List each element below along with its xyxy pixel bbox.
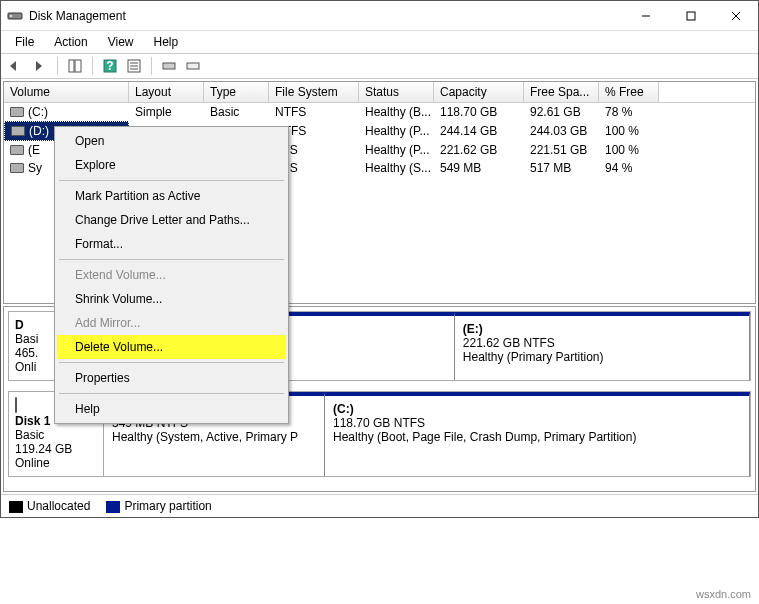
volume-icon [10, 163, 24, 173]
toolbar: ? [1, 53, 758, 79]
volume-icon [10, 145, 24, 155]
menu-help[interactable]: Help [144, 33, 189, 51]
volume-name: (D:) [29, 124, 49, 138]
toolbar-separator [151, 57, 152, 75]
menubar: File Action View Help [1, 31, 758, 53]
cell-layout: Simple [129, 103, 204, 121]
maximize-button[interactable] [668, 1, 713, 30]
cell-fs: NTFS [269, 103, 359, 121]
source-watermark: wsxdn.com [696, 588, 751, 600]
partition-health: Healthy (Primary Partition) [463, 350, 741, 364]
ctx-change-letter[interactable]: Change Drive Letter and Paths... [57, 208, 286, 232]
cell-capacity: 221.62 GB [434, 141, 524, 159]
ctx-separator [59, 362, 284, 363]
more-button[interactable] [182, 55, 204, 77]
disk-status: Online [15, 456, 97, 470]
settings-button[interactable] [158, 55, 180, 77]
menu-action[interactable]: Action [44, 33, 97, 51]
cell-pfree: 94 % [599, 159, 659, 177]
minimize-button[interactable] [623, 1, 668, 30]
menu-view[interactable]: View [98, 33, 144, 51]
svg-rect-14 [163, 63, 175, 69]
col-status[interactable]: Status [359, 82, 434, 102]
col-freespace[interactable]: Free Spa... [524, 82, 599, 102]
svg-rect-6 [69, 60, 74, 72]
toolbar-separator [57, 57, 58, 75]
ctx-explore[interactable]: Explore [57, 153, 286, 177]
close-button[interactable] [713, 1, 758, 30]
show-hide-button[interactable] [64, 55, 86, 77]
disk-management-window: Disk Management File Action View Help ? … [0, 0, 759, 518]
partition-name: (C:) [333, 402, 741, 416]
cell-capacity: 244.14 GB [434, 121, 524, 141]
cell-capacity: 118.70 GB [434, 103, 524, 121]
cell-status: Healthy (S... [359, 159, 434, 177]
cell-capacity: 549 MB [434, 159, 524, 177]
volume-row[interactable]: (C:) Simple Basic NTFS Healthy (B... 118… [4, 103, 755, 121]
partition-name: (E:) [463, 322, 741, 336]
toolbar-separator [92, 57, 93, 75]
svg-point-1 [10, 15, 12, 17]
ctx-mark-active[interactable]: Mark Partition as Active [57, 184, 286, 208]
ctx-extend-volume: Extend Volume... [57, 263, 286, 287]
legend-primary: Primary partition [106, 499, 211, 513]
legend-unallocated: Unallocated [9, 499, 90, 513]
cell-free: 221.51 GB [524, 141, 599, 159]
svg-rect-7 [75, 60, 81, 72]
partition-health: Healthy (Boot, Page File, Crash Dump, Pr… [333, 430, 741, 444]
cell-pfree: 100 % [599, 141, 659, 159]
cell-free: 92.61 GB [524, 103, 599, 121]
partition-health: Healthy (System, Active, Primary P [112, 430, 316, 444]
partition-size: 118.70 GB NTFS [333, 416, 741, 430]
titlebar: Disk Management [1, 1, 758, 31]
cell-type: Basic [204, 103, 269, 121]
col-capacity[interactable]: Capacity [434, 82, 524, 102]
back-button[interactable] [5, 55, 27, 77]
volume-icon [11, 126, 25, 136]
col-pctfree[interactable]: % Free [599, 82, 659, 102]
col-volume[interactable]: Volume [4, 82, 129, 102]
ctx-add-mirror: Add Mirror... [57, 311, 286, 335]
volume-name: (E [28, 143, 40, 157]
ctx-open[interactable]: Open [57, 129, 286, 153]
ctx-separator [59, 393, 284, 394]
volume-name: Sy [28, 161, 42, 175]
legend: Unallocated Primary partition [1, 494, 758, 517]
context-menu: Open Explore Mark Partition as Active Ch… [54, 126, 289, 424]
svg-rect-15 [187, 63, 199, 69]
svg-rect-3 [687, 12, 695, 20]
cell-free: 517 MB [524, 159, 599, 177]
cell-pfree: 100 % [599, 121, 659, 141]
ctx-separator [59, 180, 284, 181]
cell-status: Healthy (P... [359, 121, 434, 141]
cell-status: Healthy (P... [359, 141, 434, 159]
menu-file[interactable]: File [5, 33, 44, 51]
ctx-separator [59, 259, 284, 260]
app-icon [7, 8, 23, 24]
ctx-shrink-volume[interactable]: Shrink Volume... [57, 287, 286, 311]
forward-button[interactable] [29, 55, 51, 77]
cell-pfree: 78 % [599, 103, 659, 121]
col-layout[interactable]: Layout [129, 82, 204, 102]
volume-icon [10, 107, 24, 117]
ctx-format[interactable]: Format... [57, 232, 286, 256]
window-title: Disk Management [29, 9, 623, 23]
col-filesystem[interactable]: File System [269, 82, 359, 102]
disk-type: Basic [15, 428, 97, 442]
col-type[interactable]: Type [204, 82, 269, 102]
ctx-help[interactable]: Help [57, 397, 286, 421]
ctx-properties[interactable]: Properties [57, 366, 286, 390]
window-controls [623, 1, 758, 30]
volume-list-header: Volume Layout Type File System Status Ca… [4, 82, 755, 103]
volume-name: (C:) [28, 105, 48, 119]
disk-size: 119.24 GB [15, 442, 97, 456]
action-list-button[interactable] [123, 55, 145, 77]
help-button[interactable]: ? [99, 55, 121, 77]
partition-block[interactable]: (E:) 221.62 GB NTFS Healthy (Primary Par… [455, 312, 750, 380]
cell-free: 244.03 GB [524, 121, 599, 141]
ctx-delete-volume[interactable]: Delete Volume... [57, 335, 286, 359]
cell-status: Healthy (B... [359, 103, 434, 121]
partition-block[interactable]: (C:) 118.70 GB NTFS Healthy (Boot, Page … [325, 392, 750, 476]
partition-size: 221.62 GB NTFS [463, 336, 741, 350]
svg-text:?: ? [106, 59, 113, 73]
